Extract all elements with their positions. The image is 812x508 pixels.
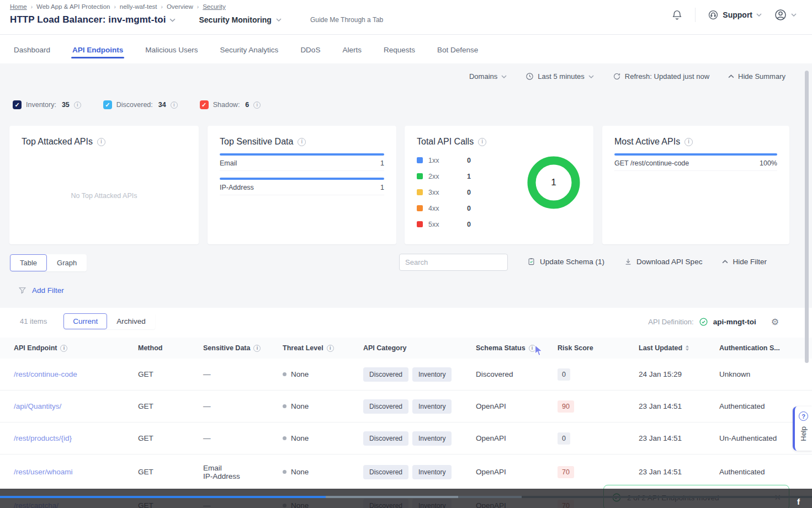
download-api-spec-button[interactable]: Download API Spec	[624, 258, 702, 266]
tab-bot-defense[interactable]: Bot Defense	[436, 37, 479, 62]
support-menu[interactable]: Support	[708, 9, 762, 20]
tab-security-analytics[interactable]: Security Analytics	[219, 37, 280, 62]
add-filter-button[interactable]: Add Filter	[18, 286, 64, 295]
monitoring-select[interactable]: Security Monitoring	[199, 15, 281, 24]
account-menu[interactable]	[774, 8, 797, 22]
threat-level-cell: None	[283, 468, 363, 476]
legend-swatch	[417, 189, 423, 195]
endpoint-link[interactable]: /api/Quantitys/	[14, 402, 138, 410]
legend-value: 0	[467, 221, 471, 228]
info-icon[interactable]: i	[253, 345, 261, 352]
tab-dashboard[interactable]: Dashboard	[13, 37, 51, 62]
table-row[interactable]: /api/Quantitys/GET—NoneDiscoveredInvento…	[0, 391, 812, 423]
category-pill-inventory[interactable]: Inventory	[412, 399, 452, 414]
endpoint-link[interactable]: /rest/user/whoami	[14, 468, 138, 476]
threat-level-cell: None	[283, 402, 363, 410]
last-updated-cell: 23 Jan 14:51	[639, 468, 719, 476]
hide-summary-toggle[interactable]: Hide Summary	[728, 72, 786, 81]
category-pill-discovered[interactable]: Discovered	[363, 399, 408, 414]
breadcrumb-item[interactable]: Overview	[167, 3, 193, 10]
overlay-watermark-text: f	[797, 497, 800, 506]
tab-api-endpoints[interactable]: API Endpoints	[71, 37, 124, 62]
info-icon[interactable]: i	[60, 345, 67, 352]
sort-icon[interactable]	[686, 345, 689, 351]
category-pill-discovered[interactable]: Discovered	[363, 367, 408, 382]
endpoint-link[interactable]: /rest/continue-code	[14, 370, 138, 378]
threat-label: None	[291, 434, 309, 442]
api-definition-value[interactable]: api-mngt-toi	[713, 318, 756, 326]
video-progress-track[interactable]	[0, 496, 812, 498]
checkbox-icon[interactable]: ✓	[200, 100, 209, 109]
risk-score-badge: 0	[558, 368, 570, 381]
tab-requests[interactable]: Requests	[383, 37, 416, 62]
search-input[interactable]	[399, 254, 508, 271]
category-pill-inventory[interactable]: Inventory	[412, 367, 452, 382]
column-header-last-updated[interactable]: Last Updated	[639, 344, 719, 352]
tab-alerts[interactable]: Alerts	[341, 37, 363, 62]
refresh-button[interactable]: Refresh: Updated just now	[613, 72, 709, 81]
info-icon[interactable]: i	[171, 101, 178, 109]
info-icon[interactable]: i	[298, 138, 306, 146]
table-row[interactable]: /rest/products/{id}GET—NoneDiscoveredInv…	[0, 423, 812, 454]
column-header-authentication-s-[interactable]: Authentication S...	[719, 344, 798, 352]
threat-dot-icon	[283, 436, 286, 440]
checkbox-icon[interactable]: ✓	[13, 100, 22, 109]
help-tab[interactable]: ? Help	[793, 407, 812, 451]
breadcrumb-item[interactable]: Web App & API Protection	[36, 3, 110, 10]
summary-filter-discovered[interactable]: ✓Discovered:34i	[103, 100, 178, 109]
info-icon[interactable]: i	[327, 345, 334, 352]
table-view-button[interactable]: Table	[10, 254, 47, 271]
archived-tab[interactable]: Archived	[107, 313, 155, 329]
graph-view-button[interactable]: Graph	[47, 254, 87, 271]
category-pill-inventory[interactable]: Inventory	[412, 431, 452, 446]
api-category-cell: DiscoveredInventory	[363, 399, 476, 414]
summary-filter-shadow[interactable]: ✓Shadow:6i	[200, 100, 261, 109]
current-tab[interactable]: Current	[63, 313, 107, 329]
column-label: API Endpoint	[14, 344, 57, 352]
category-pill-inventory[interactable]: Inventory	[412, 465, 452, 479]
method-cell: GET	[138, 434, 203, 442]
tab-ddos[interactable]: DDoS	[299, 37, 321, 62]
chevron-down-icon[interactable]	[169, 18, 176, 22]
sensitive-data-value: 1	[380, 184, 384, 191]
breadcrumb-item[interactable]: Security	[203, 3, 226, 10]
domains-dropdown[interactable]: Domains	[469, 72, 507, 81]
auth-status-cell: Authenticated	[719, 468, 798, 476]
category-pill-discovered[interactable]: Discovered	[363, 431, 408, 446]
column-header-threat-level[interactable]: Threat Leveli	[283, 344, 363, 352]
most-active-label: GET /rest/continue-code	[614, 159, 689, 167]
breadcrumb-separator: ›	[197, 4, 199, 10]
gear-icon[interactable]: ⚙	[771, 317, 779, 327]
breadcrumb-item[interactable]: Home	[10, 3, 27, 10]
column-header-method[interactable]: Method	[138, 344, 203, 352]
info-icon[interactable]: i	[478, 138, 486, 146]
legend-label: 2xx	[428, 173, 467, 180]
time-range-dropdown[interactable]: Last 5 minutes	[526, 72, 594, 81]
scrollbar-thumb[interactable]	[805, 71, 809, 363]
guide-me-link[interactable]: Guide Me Through a Tab	[310, 16, 383, 24]
api-definition: API Definition: api-mngt-toi ⚙	[648, 317, 779, 327]
column-header-sensitive-data[interactable]: Sensitive Datai	[203, 344, 283, 352]
checkbox-icon[interactable]: ✓	[103, 100, 112, 109]
summary-filter-inventory[interactable]: ✓Inventory:35i	[13, 100, 81, 109]
column-label: Threat Level	[283, 344, 323, 352]
hide-filter-toggle[interactable]: Hide Filter	[722, 258, 767, 266]
breadcrumb-item[interactable]: nelly-waf-test	[120, 3, 157, 10]
info-icon[interactable]: i	[74, 101, 81, 109]
tab-malicious-users[interactable]: Malicious Users	[144, 37, 199, 62]
column-header-api-endpoint[interactable]: API Endpointi	[14, 344, 138, 352]
category-pill-discovered[interactable]: Discovered	[363, 465, 408, 479]
info-icon[interactable]: i	[253, 101, 261, 109]
legend-value: 0	[467, 205, 471, 212]
update-schema-button[interactable]: Update Schema (1)	[527, 257, 604, 266]
column-header-risk-score[interactable]: Risk Score	[558, 344, 639, 352]
table-row[interactable]: /rest/continue-codeGET—NoneDiscoveredInv…	[0, 359, 812, 391]
sort-down-arrow	[686, 349, 689, 351]
info-icon[interactable]: i	[97, 138, 105, 146]
column-header-schema-status[interactable]: Schema Statusi	[476, 344, 558, 352]
info-icon[interactable]: i	[684, 138, 693, 146]
endpoint-link[interactable]: /rest/products/{id}	[14, 434, 138, 442]
notifications-bell-icon[interactable]	[671, 9, 683, 21]
column-header-api-category[interactable]: API Category	[363, 344, 476, 352]
last-updated-cell: 23 Jan 14:51	[639, 402, 719, 410]
